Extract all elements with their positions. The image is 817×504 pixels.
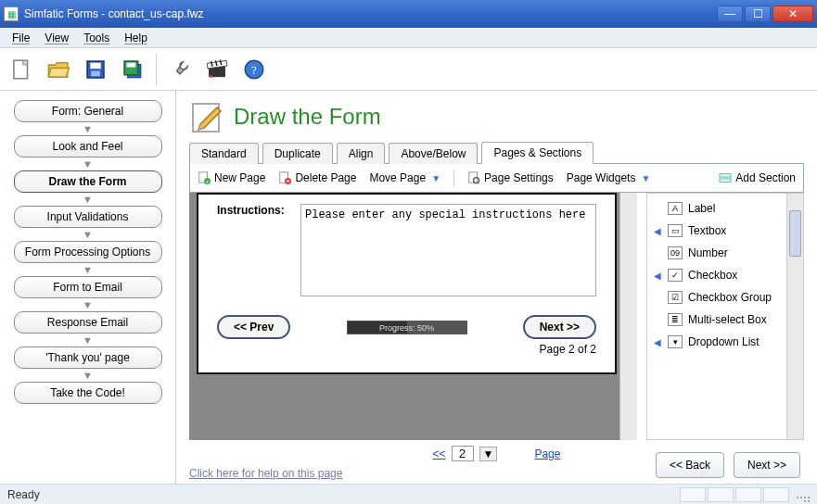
status-cells	[680, 487, 789, 502]
statusbar: Ready	[0, 484, 817, 504]
scroll-up-button[interactable]: ▴	[623, 198, 634, 209]
help-icon: ?	[242, 57, 266, 82]
form-prev-button[interactable]: << Prev	[217, 315, 290, 339]
menu-view[interactable]: View	[38, 30, 75, 46]
step-form-to-email[interactable]: Form to Email	[14, 276, 162, 298]
titlebar: ▦ Simfatic Forms - contact_us-cap.fwz — …	[0, 0, 817, 28]
chevron-down-icon: ▼	[83, 159, 93, 169]
instructions-label: Instructions:	[217, 204, 293, 217]
widget-palette-wrap: ALabel ◀▭Textbox 09Number ◀✓Checkbox ☑Ch…	[646, 193, 804, 440]
close-button[interactable]: ✕	[772, 6, 813, 22]
chevron-down-icon: ▼	[83, 265, 93, 274]
step-look-and-feel[interactable]: Look and Feel	[14, 135, 162, 158]
new-page-label: New Page	[214, 171, 265, 184]
save-button[interactable]	[80, 54, 111, 85]
scrollbar-thumb[interactable]	[789, 210, 801, 257]
svg-text:?: ?	[251, 62, 257, 76]
palette-checkbox[interactable]: ◀✓Checkbox	[651, 264, 783, 286]
menu-file[interactable]: File	[6, 30, 36, 46]
back-button[interactable]: << Back	[656, 452, 724, 478]
textbox-icon: ▭	[668, 224, 683, 237]
draw-form-icon	[189, 98, 226, 135]
dropdown-icon: ▾	[668, 335, 683, 348]
add-section-button[interactable]: Add Section	[719, 171, 796, 184]
wizard-sidebar: Form: General ▼ Look and Feel ▼ Draw the…	[0, 91, 176, 484]
svg-rect-28	[720, 179, 731, 183]
palette-dropdown[interactable]: ◀▾Dropdown List	[651, 331, 783, 353]
wrench-icon	[168, 57, 192, 82]
form-next-button[interactable]: Next >>	[523, 315, 596, 339]
svg-rect-3	[90, 62, 100, 69]
label-icon: A	[668, 202, 683, 215]
resize-grip[interactable]	[795, 487, 810, 502]
dropdown-triangle-icon: ▼	[431, 173, 440, 183]
step-draw-the-form[interactable]: Draw the Form	[14, 170, 162, 193]
maximize-button[interactable]: ☐	[745, 6, 771, 22]
chevron-down-icon: ▼	[83, 230, 93, 239]
save-all-button[interactable]	[117, 54, 148, 85]
page-title: Draw the Form	[234, 104, 381, 130]
checkbox-group-icon: ☑	[668, 291, 683, 304]
svg-rect-27	[720, 174, 731, 178]
clapper-button[interactable]	[201, 54, 233, 85]
help-button[interactable]: ?	[238, 54, 270, 85]
delete-page-label: Delete Page	[295, 171, 356, 184]
svg-rect-7	[127, 62, 136, 67]
instructions-input[interactable]	[300, 204, 596, 296]
step-input-validations[interactable]: Input Validations	[14, 206, 162, 228]
settings-button[interactable]	[164, 54, 196, 85]
clapperboard-icon	[205, 57, 229, 82]
content-panel: Draw the Form Standard Duplicate Align A…	[176, 91, 817, 484]
pager-prev[interactable]: <<	[433, 447, 446, 460]
palette-number[interactable]: 09Number	[651, 242, 783, 264]
palette-label[interactable]: ALabel	[651, 197, 783, 220]
add-section-icon	[719, 171, 732, 184]
new-page-icon: +	[198, 171, 211, 184]
palette-multiselect[interactable]: ≣Multi-select Box	[651, 309, 783, 331]
svg-text:+: +	[206, 179, 209, 184]
menu-tools[interactable]: Tools	[77, 30, 116, 46]
widget-palette: ALabel ◀▭Textbox 09Number ◀✓Checkbox ☑Ch…	[646, 193, 787, 440]
open-file-button[interactable]	[43, 54, 74, 85]
pager-input[interactable]	[452, 446, 474, 461]
pager-dropdown[interactable]: ▼	[479, 447, 498, 461]
minimize-button[interactable]: —	[717, 6, 743, 22]
tab-pages-sections[interactable]: Pages & Sections	[481, 142, 594, 164]
tab-align[interactable]: Align	[337, 143, 386, 164]
next-button[interactable]: Next >>	[734, 452, 800, 478]
tab-standard[interactable]: Standard	[189, 143, 259, 164]
svg-rect-24	[287, 181, 290, 183]
scroll-down-button[interactable]: ▾	[623, 423, 634, 435]
page-settings-label: Page Settings	[484, 171, 554, 184]
palette-scrollbar[interactable]	[787, 193, 804, 440]
menu-help[interactable]: Help	[118, 30, 154, 46]
move-page-button[interactable]: Move Page ▼	[369, 171, 440, 184]
palette-checkbox-group[interactable]: ☑Checkbox Group	[651, 286, 783, 309]
pager-page-link[interactable]: Page	[534, 447, 560, 460]
form-canvas-viewport: ▴ ▾ Instructions: << Prev Pr	[189, 193, 637, 440]
dropdown-triangle-icon: ▼	[641, 173, 650, 183]
new-file-icon	[9, 57, 33, 82]
pages-sections-toolbar: + New Page Delete Page Move Page ▼ Page …	[189, 164, 804, 193]
chevron-down-icon: ▼	[83, 195, 93, 204]
palette-textbox[interactable]: ◀▭Textbox	[651, 220, 783, 242]
chevron-down-icon: ▼	[83, 371, 93, 380]
tab-above-below[interactable]: Above/Below	[389, 143, 478, 164]
form-canvas[interactable]: Instructions: << Prev Progress: 50%	[197, 193, 617, 374]
step-thank-you-page[interactable]: 'Thank you' page	[14, 346, 162, 369]
save-icon	[83, 57, 108, 82]
step-take-the-code[interactable]: Take the Code!	[14, 382, 162, 404]
page-settings-button[interactable]: Page Settings	[467, 171, 554, 184]
step-form-general[interactable]: Form: General	[14, 100, 162, 122]
save-all-icon	[121, 57, 145, 82]
new-page-button[interactable]: + New Page	[198, 171, 265, 184]
tab-duplicate[interactable]: Duplicate	[262, 143, 333, 164]
new-file-button[interactable]	[6, 54, 37, 85]
step-form-processing-options[interactable]: Form Processing Options	[14, 241, 162, 263]
multiselect-icon: ≣	[668, 313, 683, 326]
step-response-email[interactable]: Response Email	[14, 311, 162, 334]
delete-page-button[interactable]: Delete Page	[278, 171, 356, 184]
svg-rect-4	[91, 70, 100, 76]
menubar: File View Tools Help	[0, 28, 817, 48]
page-widgets-button[interactable]: Page Widgets ▼	[567, 171, 651, 184]
